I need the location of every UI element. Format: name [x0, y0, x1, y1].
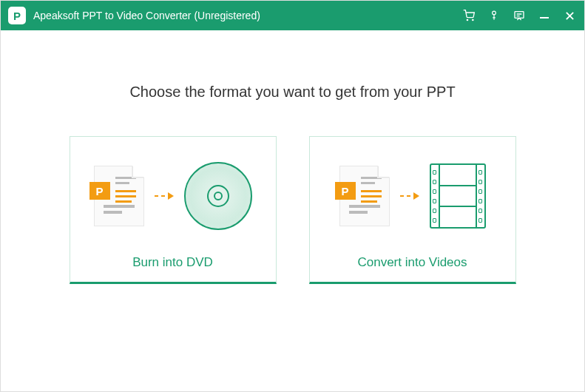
arrow-icon	[400, 192, 419, 200]
arrow-icon	[155, 192, 174, 200]
svg-rect-3	[515, 12, 524, 18]
video-film-icon	[430, 163, 486, 229]
burn-dvd-label: Burn into DVD	[132, 255, 213, 270]
key-icon[interactable]	[488, 10, 500, 21]
ppt-document-icon: P	[339, 166, 390, 226]
app-logo: P	[8, 7, 26, 24]
svg-point-2	[493, 11, 496, 15]
svg-point-0	[467, 19, 467, 20]
cart-icon[interactable]	[463, 10, 475, 21]
convert-video-card[interactable]: P	[309, 136, 516, 284]
feedback-icon[interactable]	[513, 10, 525, 21]
dvd-disc-icon	[184, 162, 252, 230]
minimize-button[interactable]	[538, 10, 550, 21]
convert-video-label: Convert into Videos	[357, 255, 467, 270]
close-button[interactable]	[564, 10, 575, 21]
burn-dvd-card[interactable]: P Burn into DVD	[70, 136, 277, 284]
ppt-document-icon: P	[94, 166, 144, 226]
svg-rect-4	[540, 17, 549, 18]
convert-video-graphic: P	[310, 137, 515, 255]
main-content: Choose the format you want to get from y…	[1, 30, 584, 284]
window-title: Apeaksoft PPT to Video Converter (Unregi…	[33, 10, 463, 21]
titlebar: P Apeaksoft PPT to Video Converter (Unre…	[1, 1, 584, 30]
svg-point-1	[473, 19, 473, 20]
burn-dvd-graphic: P	[70, 137, 276, 255]
page-heading: Choose the format you want to get from y…	[1, 84, 584, 101]
titlebar-actions	[463, 10, 575, 21]
option-cards: P Burn into DVD	[1, 136, 584, 284]
